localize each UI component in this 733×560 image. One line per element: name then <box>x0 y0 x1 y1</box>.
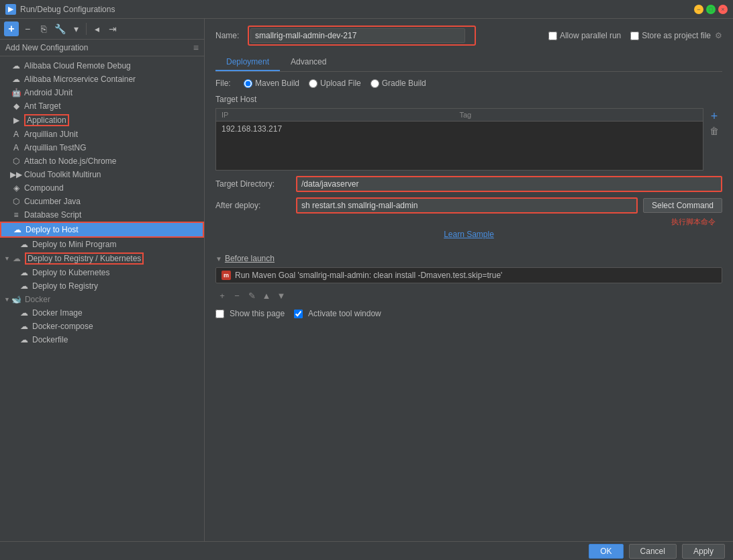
copy-config-button[interactable]: ⎘ <box>36 21 51 36</box>
add-host-button[interactable]: + <box>707 109 721 123</box>
app-icon: ▶ <box>5 4 16 15</box>
after-deploy-row: After deploy: Select Command 执行脚本命令 <box>215 197 722 214</box>
target-dir-row: Target Directory: Jar包存放路径(远端) <box>215 176 722 192</box>
remove-config-button[interactable]: − <box>20 21 35 36</box>
minimize-button[interactable]: − <box>694 5 703 14</box>
mini-down-button[interactable]: ▼ <box>275 289 288 302</box>
name-input[interactable] <box>250 28 465 43</box>
radio-upload-input[interactable] <box>309 79 317 88</box>
activate-tool-checkbox[interactable] <box>294 310 303 318</box>
select-command-button[interactable]: Select Command <box>643 198 722 213</box>
allow-parallel-label: Allow parallel run <box>560 31 621 40</box>
store-settings-icon[interactable]: ⚙ <box>715 31 722 40</box>
tree-item-docker-compose[interactable]: ☁ Docker-compose <box>0 320 204 333</box>
target-dir-input[interactable] <box>296 176 722 192</box>
tree-item-compound[interactable]: ◈ Compound <box>0 181 204 195</box>
sort-button[interactable]: ◂ <box>89 21 104 36</box>
tree-item-label: Deploy to Registry <box>32 281 98 291</box>
before-launch-header: ▼ Before launch <box>215 254 722 263</box>
cucumber-icon: ⬡ <box>11 196 21 207</box>
tree-item-ant[interactable]: ◆ Ant Target <box>0 99 204 113</box>
tree-item-label: Alibaba Microservice Container <box>24 75 136 84</box>
radio-maven-input[interactable] <box>244 79 252 88</box>
tree-item-label: Docker Image <box>32 308 83 318</box>
ok-button[interactable]: OK <box>589 544 623 559</box>
tab-deployment[interactable]: Deployment <box>215 54 280 71</box>
close-button[interactable]: × <box>718 5 728 14</box>
radio-gradle-input[interactable] <box>371 79 379 88</box>
cancel-button[interactable]: Cancel <box>629 544 677 559</box>
db-script-icon: ≡ <box>11 209 21 220</box>
mini-add-button[interactable]: + <box>215 289 229 302</box>
radio-gradle[interactable]: Gradle Build <box>371 79 426 88</box>
title-bar: ▶ Run/Debug Configurations − □ × <box>0 0 733 19</box>
tree-item-deploy-mini[interactable]: ☁ Deploy to Mini Program <box>0 238 204 251</box>
dropdown-button[interactable]: ▾ <box>68 21 83 36</box>
remove-host-button[interactable]: 🗑 <box>707 124 721 138</box>
tree-item-db-script[interactable]: ≡ Database Script <box>0 208 204 222</box>
dockerfile-icon: ☁ <box>19 334 30 345</box>
radio-upload[interactable]: Upload File <box>309 79 361 88</box>
application-icon: ▶ <box>11 115 21 126</box>
tree-item-application[interactable]: ▶ Application <box>0 113 204 128</box>
arquillian-junit-icon: A <box>11 129 21 140</box>
tree-item-label: Deploy to Host <box>26 225 79 234</box>
apply-button[interactable]: Apply <box>682 544 725 559</box>
tree-item-deploy-host[interactable]: ☁ Deploy to Host <box>0 222 204 238</box>
name-input-frame <box>248 26 476 46</box>
tab-advanced[interactable]: Advanced <box>280 54 337 71</box>
main-container: + − ⎘ 🔧 ▾ ◂ ⇥ Add New Configuration ≡ ☁ … <box>0 19 733 541</box>
group-expand-icon: ▼ <box>4 255 10 262</box>
tree-item-label: Attach to Node.js/Chrome <box>24 156 116 166</box>
mini-up-button[interactable]: ▲ <box>260 289 273 302</box>
file-radio-group: Maven Build Upload File Gradle Build <box>244 79 426 88</box>
config-tree: ☁ Alibaba Cloud Remote Debug ☁ Alibaba M… <box>0 56 204 541</box>
tree-item-docker-image[interactable]: ☁ Docker Image <box>0 306 204 320</box>
mini-toolbar: + − ✎ ▲ ▼ <box>215 287 722 304</box>
show-page-checkbox[interactable] <box>215 310 224 318</box>
radio-maven[interactable]: Maven Build <box>244 79 299 88</box>
tree-item-android[interactable]: 🤖 Android JUnit <box>0 86 204 99</box>
tree-item-label: Deploy to Mini Program <box>32 240 116 249</box>
android-icon: 🤖 <box>11 87 21 98</box>
tree-item-cloud-multirun[interactable]: ▶▶ Cloud Toolkit Multirun <box>0 168 204 181</box>
tree-item-alibaba-micro[interactable]: ☁ Alibaba Microservice Container <box>0 73 204 86</box>
tree-item-alibaba-cloud[interactable]: ☁ Alibaba Cloud Remote Debug <box>0 59 204 73</box>
tree-item-arquillian-testng[interactable]: A Arquillian TestNG <box>0 141 204 154</box>
tree-item-label: Compound <box>24 183 64 193</box>
tree-item-deploy-registry[interactable]: ☁ Deploy to Registry <box>0 279 204 293</box>
mini-remove-button[interactable]: − <box>230 289 244 302</box>
tree-group-registry[interactable]: ▼ ☁ Deploy to Registry / Kubernetes <box>0 251 204 266</box>
group-button[interactable]: ⇥ <box>105 21 120 36</box>
mini-edit-button[interactable]: ✎ <box>245 289 258 302</box>
tree-item-label: Alibaba Cloud Remote Debug <box>24 61 131 71</box>
cloud-multirun-icon: ▶▶ <box>11 169 21 180</box>
host-table-wrapper: IP Tag 192.168.133.217 + 🗑 <box>215 108 722 171</box>
learn-sample-link[interactable]: Learn Sample <box>215 226 722 243</box>
tree-item-cucumber[interactable]: ⬡ Cucumber Java <box>0 195 204 208</box>
tree-item-deploy-k8s[interactable]: ☁ Deploy to Kubernetes <box>0 266 204 279</box>
after-deploy-input[interactable] <box>296 197 638 214</box>
tree-item-dockerfile[interactable]: ☁ Dockerfile <box>0 333 204 346</box>
store-as-project-checkbox[interactable] <box>630 32 639 40</box>
tree-item-arquillian-junit[interactable]: A Arquillian JUnit <box>0 128 204 141</box>
add-config-button[interactable]: + <box>4 21 19 36</box>
tree-item-label: Docker-compose <box>32 322 93 331</box>
window-controls: − □ × <box>694 5 728 14</box>
allow-parallel-checkbox[interactable] <box>548 32 557 40</box>
k8s-icon: ☁ <box>19 267 30 278</box>
before-launch-expand-icon[interactable]: ▼ <box>215 255 222 263</box>
settings-button[interactable]: 🔧 <box>52 21 67 36</box>
radio-gradle-label: Gradle Build <box>382 79 426 88</box>
show-page-label: Show this page <box>230 309 285 318</box>
tree-group-docker[interactable]: ▼ 🐋 Docker <box>0 293 204 306</box>
add-config-menu-icon[interactable]: ≡ <box>193 42 199 53</box>
name-label: Name: <box>215 31 242 40</box>
launch-item: m Run Maven Goal 'smallrig-mall-admin: c… <box>215 267 722 283</box>
table-header: IP Tag <box>216 109 703 122</box>
maximize-button[interactable]: □ <box>706 5 716 14</box>
tree-item-label: Database Script <box>24 210 81 220</box>
launch-item-text: Run Maven Goal 'smallrig-mall-admin: cle… <box>235 271 502 280</box>
allow-parallel-row: Allow parallel run <box>548 31 621 40</box>
tree-item-attach-node[interactable]: ⬡ Attach to Node.js/Chrome <box>0 154 204 168</box>
